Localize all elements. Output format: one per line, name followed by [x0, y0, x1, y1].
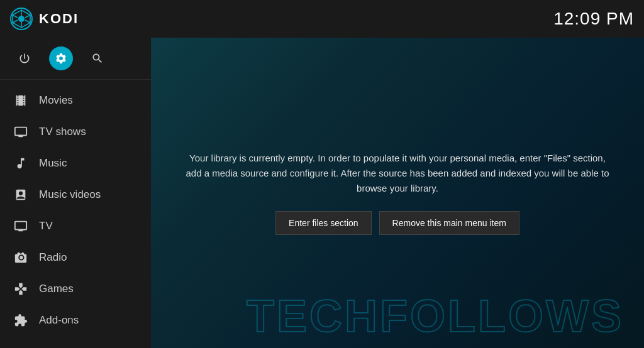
movies-icon [13, 92, 29, 109]
sidebar-item-tv-label: TV [39, 220, 53, 232]
empty-library-message: Your library is currently empty. In orde… [171, 138, 624, 247]
logo-area: KODI [10, 8, 79, 30]
sidebar-item-music[interactable]: Music [0, 148, 151, 179]
svg-line-7 [25, 15, 30, 18]
sidebar-item-addons[interactable]: Add-ons [0, 305, 151, 336]
addons-icon [13, 312, 29, 329]
library-message-text: Your library is currently empty. In orde… [184, 151, 611, 196]
sidebar-item-movies-label: Movies [39, 94, 73, 107]
sidebar-item-games-label: Games [39, 283, 74, 295]
radio-icon [13, 249, 29, 266]
svg-point-2 [18, 16, 25, 22]
svg-line-8 [13, 20, 18, 23]
search-button[interactable] [86, 46, 109, 70]
clock-display: 12:09 PM [553, 9, 634, 29]
tv-icon [13, 218, 29, 234]
sidebar-item-movies[interactable]: Movies [0, 85, 151, 116]
search-icon [91, 52, 104, 65]
power-icon [18, 52, 31, 65]
enter-files-button[interactable]: Enter files section [275, 211, 372, 235]
top-bar: KODI 12:09 PM [0, 0, 644, 38]
music-videos-icon [13, 187, 29, 203]
techfollows-watermark: TECHFOLLOWS [247, 290, 624, 342]
settings-button[interactable] [49, 46, 73, 70]
app-title: KODI [39, 11, 79, 27]
content-area: Your library is currently empty. In orde… [151, 38, 644, 348]
svg-line-6 [25, 20, 30, 23]
sidebar-item-radio-label: Radio [39, 251, 67, 264]
main-layout: Movies TV shows Music Musi [0, 38, 644, 348]
svg-line-5 [13, 15, 18, 18]
gear-icon [55, 52, 67, 65]
action-buttons: Enter files section Remove this main men… [184, 211, 611, 235]
tv-shows-icon [13, 124, 29, 140]
sidebar-item-games[interactable]: Games [0, 273, 151, 305]
remove-menu-item-button[interactable]: Remove this main menu item [379, 211, 519, 235]
sidebar-item-radio[interactable]: Radio [0, 242, 151, 273]
music-icon [13, 155, 29, 171]
sidebar-nav: Movies TV shows Music Musi [0, 80, 151, 348]
sidebar-item-addons-label: Add-ons [39, 314, 79, 327]
sidebar-item-music-videos-label: Music videos [39, 188, 101, 201]
sidebar-item-tv-shows[interactable]: TV shows [0, 116, 151, 148]
sidebar-item-tv-shows-label: TV shows [39, 126, 86, 138]
sidebar-item-music-videos[interactable]: Music videos [0, 179, 151, 210]
kodi-logo-icon [10, 8, 33, 30]
sidebar: Movies TV shows Music Musi [0, 38, 151, 348]
sidebar-icon-bar [0, 38, 151, 80]
power-button[interactable] [13, 46, 36, 70]
sidebar-item-tv[interactable]: TV [0, 210, 151, 242]
games-icon [13, 281, 29, 297]
sidebar-item-music-label: Music [39, 157, 67, 170]
